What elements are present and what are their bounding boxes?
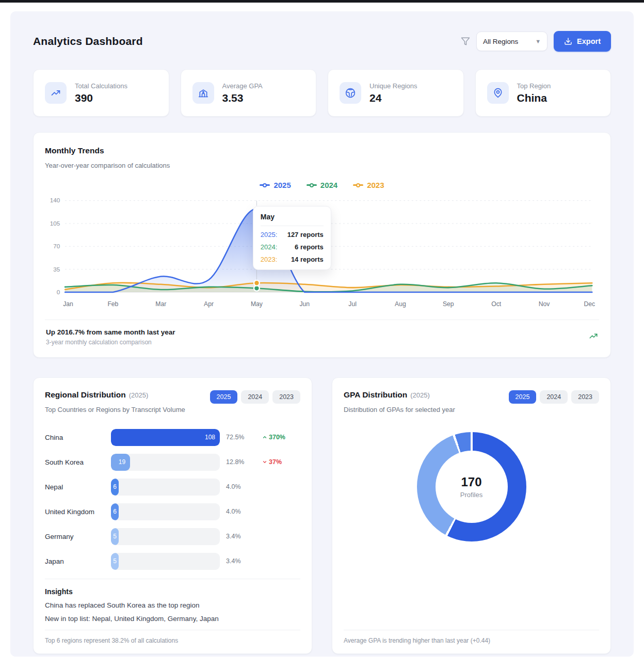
regional-year-tabs: 2025 2024 2023: [210, 390, 300, 404]
legend-marker-icon: [260, 183, 270, 188]
header: Analytics Dashboard All Regions ▼ Export: [33, 31, 611, 52]
svg-text:Jul: Jul: [348, 300, 357, 308]
regional-year-note: (2025): [129, 391, 149, 399]
tab-gpa-2024[interactable]: 2024: [540, 390, 568, 404]
stat-label: Unique Regions: [369, 82, 417, 90]
bar: 108: [111, 429, 220, 446]
bar-track: 6: [111, 503, 220, 520]
table-row[interactable]: China 108 72.5% 370%: [45, 425, 300, 450]
top-edge: [0, 0, 644, 3]
svg-text:Mar: Mar: [155, 300, 166, 308]
svg-text:70: 70: [53, 243, 60, 249]
tab-gpa-2023[interactable]: 2023: [571, 390, 599, 404]
insights-title: Insights: [45, 587, 300, 596]
trends-chart[interactable]: 03570105140JanFebMarAprMayJunJulAugSepOc…: [45, 193, 599, 312]
export-button[interactable]: Export: [554, 31, 611, 52]
bar-track: 19: [111, 454, 220, 471]
table-row[interactable]: South Korea 19 12.8% 37%: [45, 450, 300, 474]
donut-center: 170 Profiles: [436, 451, 508, 523]
gpa-footer: Average GPA is trending higher than last…: [344, 630, 599, 644]
trends-footer-strong: Up 2016.7% from same month last year: [46, 328, 175, 336]
svg-text:105: 105: [50, 220, 60, 227]
stat-card-average-gpa: Average GPA 3.53: [181, 69, 317, 117]
tab-regional-2023[interactable]: 2023: [272, 390, 300, 404]
tab-regional-2024[interactable]: 2024: [241, 390, 269, 404]
stat-value: 390: [75, 92, 127, 104]
stat-value: 3.53: [222, 92, 263, 104]
legend-item-2023[interactable]: 2023: [353, 181, 384, 189]
trends-footer: Up 2016.7% from same month last year 3-y…: [45, 320, 599, 347]
download-icon: [564, 37, 572, 45]
gpa-donut-chart[interactable]: 170 Profiles: [417, 432, 526, 541]
stat-card-unique-regions: Unique Regions 24: [328, 69, 464, 117]
table-row[interactable]: United Kingdom 6 4.0%: [45, 499, 300, 524]
bar: 5: [111, 553, 119, 570]
legend-marker-icon: [307, 183, 317, 188]
bar: 19: [111, 454, 130, 471]
donut-center-label: Profiles: [460, 491, 482, 499]
bar: 6: [111, 503, 119, 520]
table-row[interactable]: Japan 5 3.4%: [45, 549, 300, 574]
donut-center-value: 170: [461, 475, 481, 489]
stat-label: Total Calculations: [75, 82, 127, 90]
regional-footer: Top 6 regions represent 38.2% of all cal…: [45, 630, 300, 644]
gpa-year-note: (2025): [410, 391, 430, 399]
stat-label: Average GPA: [222, 82, 263, 90]
funnel-icon[interactable]: [461, 37, 470, 46]
tab-gpa-2025[interactable]: 2025: [509, 390, 537, 404]
trends-footer-sub: 3-year monthly calculation comparison: [46, 339, 175, 346]
svg-text:Jun: Jun: [299, 300, 310, 308]
stat-value: 24: [369, 92, 417, 104]
insight-line: China has replaced South Korea as the to…: [45, 601, 300, 609]
svg-text:May: May: [251, 300, 263, 308]
chevron-down-icon: ▼: [535, 38, 541, 44]
chart-legend: 2025 2024 2023: [45, 181, 599, 189]
tooltip-month: May: [261, 213, 324, 226]
svg-text:Oct: Oct: [491, 300, 502, 308]
region-filter-select[interactable]: All Regions ▼: [476, 31, 548, 51]
trend-up-icon: [589, 331, 598, 343]
bar-track: 5: [111, 528, 220, 545]
regional-subtitle: Top Countries or Regions by Transcript V…: [45, 406, 185, 413]
gpa-title: GPA Distribution(2025): [344, 390, 455, 400]
stat-value: China: [517, 92, 551, 104]
svg-text:Aug: Aug: [395, 300, 406, 308]
gpa-year-tabs: 2025 2024 2023: [509, 390, 599, 404]
stat-card-top-region: Top Region China: [475, 69, 611, 117]
insight-line: New in top list: Nepal, United Kingdom, …: [45, 615, 300, 623]
bar-track: 108: [111, 429, 220, 446]
svg-text:Feb: Feb: [107, 300, 118, 308]
stat-cards: Total Calculations 390 Average GPA 3.53 …: [33, 69, 611, 117]
map-pin-icon: [487, 82, 509, 104]
dashboard-panel: Analytics Dashboard All Regions ▼ Export: [10, 11, 634, 657]
svg-text:Jan: Jan: [63, 300, 73, 308]
table-row[interactable]: Germany 5 3.4%: [45, 524, 300, 549]
insights-section: Insights China has replaced South Korea …: [45, 579, 300, 623]
svg-text:Nov: Nov: [539, 300, 551, 308]
regional-distribution-card: Regional Distribution(2025) Top Countrie…: [33, 377, 312, 654]
stat-label: Top Region: [517, 82, 551, 90]
legend-marker-icon: [353, 183, 363, 188]
svg-text:35: 35: [53, 266, 60, 273]
svg-text:Apr: Apr: [204, 300, 214, 308]
bar: 5: [111, 528, 119, 545]
gpa-subtitle: Distribution of GPAs for selected year: [344, 406, 455, 413]
trend-up-icon: [45, 82, 67, 104]
bar-track: 5: [111, 553, 220, 570]
tab-regional-2025[interactable]: 2025: [210, 390, 238, 404]
chart-tooltip: May 2025:127 reports 2024:6 reports 2023…: [253, 206, 331, 270]
delta-badge: 37%: [262, 458, 300, 466]
region-filter-value: All Regions: [483, 38, 518, 45]
bar: 6: [111, 479, 119, 496]
chevron-up-icon: [262, 435, 267, 440]
gpa-distribution-card: GPA Distribution(2025) Distribution of G…: [332, 377, 611, 654]
regional-title: Regional Distribution(2025): [45, 390, 185, 400]
trends-title: Monthly Trends: [45, 146, 599, 155]
stat-card-total-calculations: Total Calculations 390: [33, 69, 169, 117]
svg-text:140: 140: [50, 197, 60, 204]
legend-item-2024[interactable]: 2024: [307, 181, 337, 189]
table-row[interactable]: Nepal 6 4.0%: [45, 474, 300, 499]
globe-icon: [340, 82, 361, 104]
legend-item-2025[interactable]: 2025: [260, 181, 291, 189]
trends-subtitle: Year-over-year comparison of calculation…: [45, 162, 599, 169]
